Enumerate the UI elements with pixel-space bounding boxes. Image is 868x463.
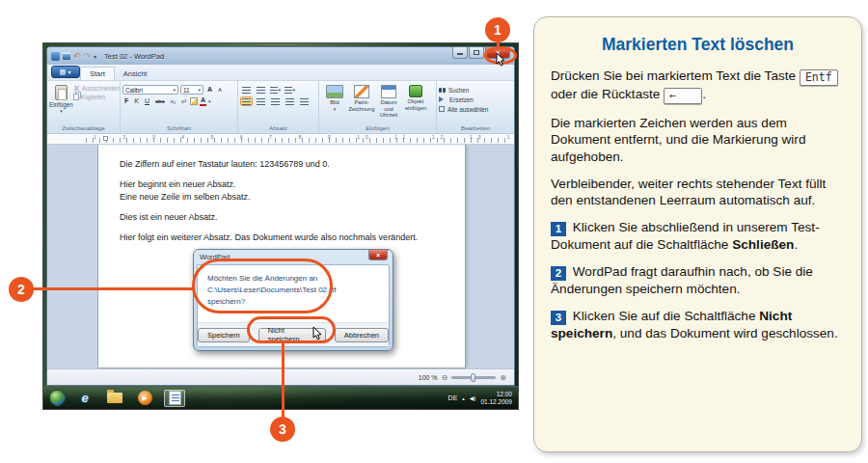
paragraph-dialog-button[interactable] <box>298 96 311 106</box>
wordpad-menu-button[interactable]: ▾ <box>51 66 80 78</box>
ruler: 1 · 2 · 3 · 4 · 5 · 6 · 7 · 8 · 9 · 10 ·… <box>47 134 514 145</box>
select-all-button[interactable]: Alle auswählen <box>439 106 488 113</box>
copy-label: Kopieren <box>81 94 105 100</box>
paste-label: Einfügen <box>49 101 73 108</box>
taskbar: e ▶ DE ▴ ◀) 12:00 01.12.2009 <box>43 386 518 409</box>
increase-indent-button[interactable] <box>255 85 267 95</box>
group-paragraph-label: Absatz <box>240 123 316 133</box>
font-name-value: Calibri <box>125 87 143 94</box>
date-time-button[interactable]: Datum und Uhrzeit <box>375 83 402 119</box>
group-clipboard: Einfügen ▾ Ausschneiden Kopieren <box>47 81 121 133</box>
tab-ansicht[interactable]: Ansicht <box>115 68 156 80</box>
align-center-button[interactable] <box>255 96 267 106</box>
doc-line: Hier beginnt ein neuer Absatz. <box>120 178 444 191</box>
step-1-badge: 1 <box>551 222 566 236</box>
cut-button[interactable]: Ausschneiden <box>73 85 121 92</box>
copy-button[interactable]: Kopieren <box>73 94 121 100</box>
tab-start[interactable]: Start <box>80 67 115 80</box>
replace-button[interactable]: Ersetzen <box>439 96 474 103</box>
zoom-out-icon[interactable]: ⊖ <box>442 373 448 382</box>
replace-icon <box>439 96 447 102</box>
paste-dropdown-icon: ▾ <box>60 108 63 114</box>
panel-step-1: 1 Klicken Sie abschließend in unserem Te… <box>551 219 845 253</box>
window-title: Test 02 - WordPad <box>104 52 164 61</box>
tray-date: 01.12.2009 <box>480 398 512 406</box>
paint-drawing-label: Paint-Zeichnung <box>348 99 375 112</box>
taskbar-ie-icon[interactable]: e <box>74 390 95 407</box>
desktop-screenshot: ↶ ↷ ▾ Test 02 - WordPad × ▾ Start An <box>42 42 519 410</box>
qat-dropdown-icon[interactable]: ▾ <box>94 53 96 60</box>
panel-paragraph-3: Verbleibender, weiter rechts stehender T… <box>551 176 845 209</box>
language-indicator[interactable]: DE <box>448 395 458 401</box>
taskbar-media-player-icon[interactable]: ▶ <box>134 390 155 407</box>
dialog-close-button[interactable]: × <box>368 250 388 260</box>
panel-p1-text-a: Drücken Sie bei markiertem Text die Tast… <box>551 68 796 83</box>
italic-button[interactable]: K <box>132 96 141 106</box>
maximize-icon <box>474 50 479 55</box>
minimize-button[interactable] <box>452 47 468 59</box>
taskbar-wordpad-icon[interactable] <box>164 390 185 407</box>
tray-clock[interactable]: 12:00 01.12.2009 <box>480 391 512 406</box>
decrease-indent-button[interactable] <box>240 85 253 95</box>
justify-button[interactable] <box>284 96 296 106</box>
tutorial-page: ↶ ↷ ▾ Test 02 - WordPad × ▾ Start An <box>0 0 868 463</box>
paint-icon <box>354 85 369 98</box>
align-left-button[interactable] <box>240 96 253 106</box>
font-size-select[interactable]: 11 ▾ <box>180 85 203 95</box>
underline-button[interactable]: U <box>143 96 151 106</box>
doc-line: Eine neue Zeile im selben Absatz. <box>120 191 444 204</box>
insert-image-button[interactable]: Bild ▾ <box>321 83 348 112</box>
calendar-icon <box>381 85 396 98</box>
grow-font-button[interactable]: A <box>205 85 214 95</box>
speaker-icon[interactable]: ◀) <box>470 395 476 401</box>
panel-step-3: 3 Klicken Sie auf die Schaltfläche Nicht… <box>551 308 845 341</box>
font-name-select[interactable]: Calibri ▾ <box>122 85 178 95</box>
step-2-badge: 2 <box>551 266 566 281</box>
tray-time: 12:00 <box>480 391 512 398</box>
panel-p1-end: . <box>702 87 706 101</box>
line-spacing-button[interactable]: ▾ <box>284 85 296 95</box>
paint-drawing-button[interactable]: Paint-Zeichnung <box>348 83 375 112</box>
taskbar-explorer-icon[interactable] <box>104 390 125 407</box>
subscript-button[interactable]: x₂ <box>169 96 177 106</box>
font-size-dropdown-icon: ▾ <box>198 87 201 93</box>
bold-button[interactable]: F <box>122 96 130 106</box>
group-insert-label: Einfügen <box>321 123 434 133</box>
superscript-button[interactable]: x² <box>179 96 188 106</box>
wordpad-task-icon <box>169 391 181 405</box>
cancel-button[interactable]: Abbrechen <box>335 328 389 342</box>
zoom-slider-thumb[interactable] <box>471 373 475 382</box>
backspace-key: ← <box>664 88 702 104</box>
indent-marker[interactable] <box>103 136 108 141</box>
align-right-button[interactable] <box>269 96 282 106</box>
zoom-in-icon[interactable]: ⊕ <box>500 373 506 382</box>
cut-label: Ausschneiden <box>82 85 121 92</box>
undo-icon[interactable]: ↶ <box>73 52 81 60</box>
zoom-level: 100 % <box>419 374 438 381</box>
titlebar[interactable]: ↶ ↷ ▾ Test 02 - WordPad × <box>47 47 514 65</box>
insert-object-button[interactable]: Objekt einfügen <box>402 83 429 111</box>
select-all-icon <box>439 106 445 112</box>
shrink-font-button[interactable]: A <box>216 85 224 95</box>
save-button[interactable]: Speichern <box>198 328 250 342</box>
group-edit-label: Bearbeiten <box>439 123 512 133</box>
paste-button[interactable]: Einfügen ▾ <box>49 83 73 114</box>
list-button[interactable]: ▾ <box>269 85 282 95</box>
find-button[interactable]: Suchen <box>439 87 469 94</box>
save-icon[interactable] <box>63 52 70 60</box>
strikethrough-button[interactable]: abc <box>153 96 167 106</box>
ruler-numbers: 1 · 2 · 3 · 4 · 5 · 6 · 7 · 8 · 9 · 10 ·… <box>94 134 514 140</box>
quick-access-toolbar: ↶ ↷ ▾ <box>51 52 96 61</box>
highlight-color-icon[interactable] <box>190 97 198 105</box>
redo-icon[interactable]: ↷ <box>84 52 92 60</box>
tray-expand-icon[interactable]: ▴ <box>462 395 465 401</box>
panel-paragraph-2: Die markierten Zeichen werden aus dem Do… <box>551 115 845 165</box>
font-size-value: 11 <box>183 87 190 94</box>
group-paragraph: ▾ ▾ Absatz <box>238 81 319 133</box>
clipboard-icon <box>55 85 68 100</box>
callout-1: 1 <box>485 17 510 42</box>
zoom-slider[interactable] <box>451 376 496 379</box>
maximize-button[interactable] <box>469 47 484 59</box>
font-color-button[interactable]: A <box>200 96 206 106</box>
start-orb-icon[interactable] <box>49 390 66 406</box>
